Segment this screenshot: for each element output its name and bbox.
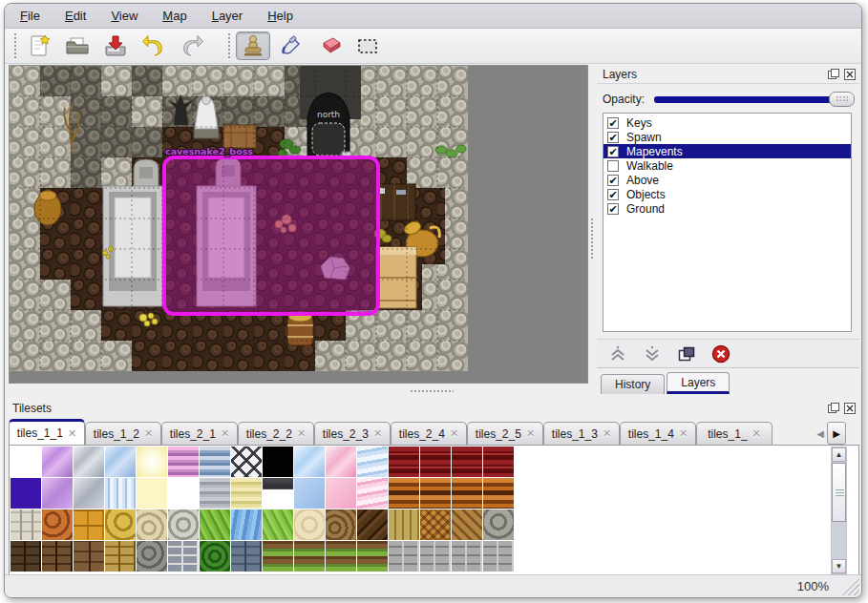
palette-tile-10[interactable]: [326, 447, 356, 477]
palette-tile-50[interactable]: [74, 541, 104, 572]
palette-tile-13[interactable]: [420, 447, 451, 477]
palette-tile-0[interactable]: [11, 447, 41, 477]
tileset-tab-tiles_1_1[interactable]: tiles_1_1✕: [9, 419, 85, 445]
close-panel-icon[interactable]: [843, 68, 856, 80]
vertical-splitter[interactable]: [589, 65, 597, 384]
palette-tile-22[interactable]: [200, 478, 230, 509]
scroll-down-button[interactable]: ▼: [832, 559, 846, 573]
layer-raise-button[interactable]: [606, 343, 629, 365]
palette-tile-47[interactable]: [483, 509, 514, 540]
map-viewport[interactable]: north: [9, 65, 588, 384]
palette-tile-32[interactable]: [11, 509, 41, 540]
tab-close-icon[interactable]: ✕: [144, 427, 153, 440]
tilesets-float-icon[interactable]: [827, 403, 839, 415]
palette-tile-17[interactable]: [42, 478, 73, 509]
layer-checkbox-walkable[interactable]: [607, 160, 619, 172]
palette-tile-62[interactable]: [452, 541, 482, 572]
layer-checkbox-keys[interactable]: ✔: [607, 117, 619, 129]
horizontal-splitter-grip[interactable]: [410, 389, 454, 394]
tab-close-icon[interactable]: ✕: [526, 427, 535, 440]
new-button[interactable]: [22, 31, 56, 60]
palette-tile-58[interactable]: [326, 541, 356, 572]
tileset-tab-tiles_2_1[interactable]: tiles_2_1✕: [161, 422, 238, 445]
palette-tile-39[interactable]: [231, 509, 262, 540]
tab-scroll-left-button[interactable]: ◀: [814, 423, 827, 444]
menu-file[interactable]: File: [20, 9, 40, 23]
palette-tile-59[interactable]: [357, 541, 388, 572]
palette-tile-28[interactable]: [389, 478, 419, 509]
palette-tile-26[interactable]: [326, 478, 356, 509]
tileset-tab-tiles_2_3[interactable]: tiles_2_3✕: [314, 422, 391, 445]
palette-scrollbar[interactable]: ▲ ▼: [831, 447, 847, 574]
scroll-up-button[interactable]: ▲: [832, 447, 846, 462]
palette-tile-16[interactable]: [11, 478, 41, 509]
eraser-button[interactable]: [312, 31, 347, 60]
palette-tile-60[interactable]: [389, 541, 419, 572]
palette-tile-51[interactable]: [105, 541, 136, 572]
tile-palette[interactable]: [11, 447, 514, 572]
tab-close-icon[interactable]: ✕: [450, 427, 458, 440]
layer-row-spawn[interactable]: ✔Spawn: [603, 130, 851, 144]
palette-tile-55[interactable]: [231, 541, 262, 572]
palette-tile-40[interactable]: [263, 509, 293, 540]
menu-view[interactable]: View: [111, 9, 138, 23]
palette-tile-7[interactable]: [231, 447, 262, 477]
layer-checkbox-above[interactable]: ✔: [607, 175, 619, 186]
palette-tile-19[interactable]: [105, 478, 136, 509]
tileset-tab-tiles_1_4[interactable]: tiles_1_4✕: [620, 422, 696, 445]
tab-close-icon[interactable]: ✕: [603, 427, 611, 440]
palette-tile-20[interactable]: [137, 478, 167, 509]
toolbar-drag-handle[interactable]: [12, 33, 18, 58]
palette-tile-12[interactable]: [389, 447, 419, 477]
palette-tile-29[interactable]: [420, 478, 451, 509]
palette-tile-38[interactable]: [200, 509, 230, 540]
tab-close-icon[interactable]: ✕: [752, 427, 761, 440]
opacity-slider[interactable]: [652, 92, 854, 107]
menu-edit[interactable]: Edit: [65, 9, 86, 23]
palette-tile-63[interactable]: [483, 541, 514, 572]
palette-tile-31[interactable]: [483, 478, 514, 509]
open-button[interactable]: [60, 31, 95, 60]
layer-lower-button[interactable]: [641, 343, 664, 365]
palette-tile-33[interactable]: [42, 509, 73, 540]
fill-button[interactable]: [274, 31, 308, 60]
tileset-tab-tiles_1_[interactable]: tiles_1_✕: [696, 422, 773, 445]
palette-tile-44[interactable]: [389, 509, 419, 540]
tileset-tab-tiles_2_5[interactable]: tiles_2_5✕: [467, 422, 543, 445]
tileset-tab-tiles_1_2[interactable]: tiles_1_2✕: [85, 422, 161, 445]
palette-tile-30[interactable]: [452, 478, 482, 509]
map-canvas[interactable]: north: [10, 66, 468, 371]
palette-tile-23[interactable]: [231, 478, 262, 509]
layer-checkbox-ground[interactable]: ✔: [607, 203, 619, 215]
opacity-slider-handle[interactable]: [829, 92, 855, 107]
tab-layers[interactable]: Layers: [667, 372, 730, 394]
palette-tile-46[interactable]: [452, 509, 482, 540]
palette-tile-27[interactable]: [357, 478, 388, 509]
palette-tile-6[interactable]: [200, 447, 230, 477]
palette-tile-1[interactable]: [42, 447, 73, 477]
redo-button[interactable]: [175, 31, 209, 60]
palette-tile-15[interactable]: [483, 447, 514, 477]
layer-list[interactable]: ✔Keys✔Spawn✔MapeventsWalkable✔Above✔Obje…: [603, 113, 852, 332]
palette-tile-42[interactable]: [326, 509, 356, 540]
palette-tile-54[interactable]: [200, 541, 230, 572]
tab-close-icon[interactable]: ✕: [68, 427, 76, 440]
palette-tile-24[interactable]: [263, 478, 293, 509]
tileset-tab-tiles_1_3[interactable]: tiles_1_3✕: [543, 422, 620, 445]
palette-tile-56[interactable]: [263, 541, 293, 572]
palette-tile-2[interactable]: [74, 447, 104, 477]
layer-duplicate-button[interactable]: [675, 343, 698, 365]
layer-row-walkable[interactable]: Walkable: [603, 158, 851, 173]
palette-tile-11[interactable]: [357, 447, 388, 477]
layer-row-mapevents[interactable]: ✔Mapevents: [603, 144, 851, 158]
tab-close-icon[interactable]: ✕: [221, 427, 229, 440]
palette-tile-14[interactable]: [452, 447, 482, 477]
menu-help[interactable]: Help: [267, 9, 293, 23]
tab-scroll-right-button[interactable]: ▶: [827, 422, 846, 445]
palette-tile-34[interactable]: [74, 509, 104, 540]
palette-tile-5[interactable]: [168, 447, 199, 477]
palette-tile-53[interactable]: [168, 541, 199, 572]
save-button[interactable]: [98, 31, 133, 60]
palette-tile-25[interactable]: [294, 478, 325, 509]
palette-tile-52[interactable]: [137, 541, 167, 572]
